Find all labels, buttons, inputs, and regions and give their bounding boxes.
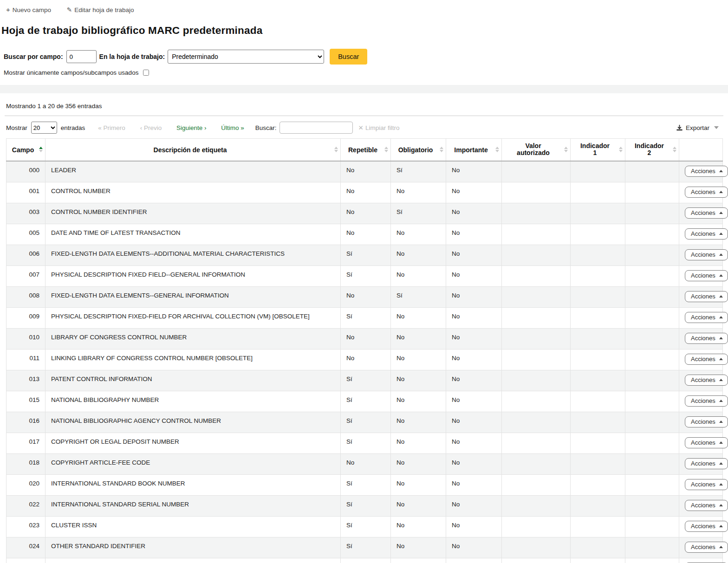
clear-filter-link[interactable]: ✕Limpiar filtro <box>358 124 400 131</box>
field-tag-cell: 013 <box>6 370 46 391</box>
tag-description-cell: FIXED-LENGTH DATA ELEMENTS--GENERAL INFO… <box>46 286 341 307</box>
actions-button[interactable]: Acciones <box>685 500 728 511</box>
export-button[interactable]: Exportar <box>676 124 719 131</box>
column-header-label: Valor autorizado <box>512 142 555 156</box>
important-cell: No <box>446 433 502 453</box>
actions-button[interactable]: Acciones <box>685 270 728 281</box>
first-page-label: Primero <box>104 124 125 131</box>
actions-button[interactable]: Acciones <box>685 479 728 490</box>
sort-icon <box>673 147 676 152</box>
search-button[interactable]: Buscar <box>330 49 367 65</box>
column-header-obligatorio[interactable]: Obligatorio <box>391 139 446 161</box>
actions-cell: Acciones <box>679 558 723 563</box>
actions-button[interactable]: Acciones <box>685 354 728 365</box>
important-cell: No <box>446 245 502 265</box>
actions-button[interactable]: Acciones <box>685 166 728 177</box>
previous-page-label: Previo <box>144 124 162 131</box>
actions-button[interactable]: Acciones <box>685 291 728 302</box>
next-page-label: Siguiente <box>176 124 202 131</box>
last-page-label: Último <box>221 124 239 131</box>
mandatory-cell: No <box>391 495 446 516</box>
sort-icon <box>495 147 499 152</box>
table-filter-input[interactable] <box>280 122 353 134</box>
table-row: 024OTHER STANDARD IDENTIFIERSíNoNoAccion… <box>6 537 723 558</box>
column-header-campo[interactable]: Campo <box>6 139 46 161</box>
field-tag-cell: 001 <box>6 182 46 203</box>
worksheet-select[interactable]: Predeterminado <box>168 50 324 64</box>
caret-down-icon <box>714 126 719 129</box>
important-cell: No <box>446 391 502 412</box>
repeatable-cell: Sí <box>341 474 391 495</box>
caret-up-icon <box>719 274 723 277</box>
actions-button[interactable]: Acciones <box>685 416 728 427</box>
table-controls: Mostrar 20 entradas « Primero ‹ Previo S… <box>6 122 722 134</box>
section-divider-band <box>0 85 728 93</box>
indicator1-cell <box>571 474 625 495</box>
column-header-indicador1[interactable]: Indicador 1 <box>571 139 625 161</box>
indicator2-cell <box>625 328 679 349</box>
mandatory-cell: No <box>391 265 446 286</box>
close-icon: ✕ <box>358 124 364 131</box>
table-row: 000LEADERNoSíNoAcciones <box>6 161 723 182</box>
mandatory-cell: No <box>391 433 446 453</box>
actions-button[interactable]: Acciones <box>685 207 728 219</box>
actions-button[interactable]: Acciones <box>685 395 728 407</box>
caret-up-icon <box>719 483 723 485</box>
indicator1-cell <box>571 245 625 265</box>
actions-button[interactable]: Acciones <box>685 333 728 344</box>
tag-description-cell: OVERSEAS ACQUISITION NUMBER <box>46 558 341 563</box>
indicator1-cell <box>571 328 625 349</box>
new-field-label: Nuevo campo <box>13 6 51 13</box>
edit-worksheet-button[interactable]: ✎Editar hoja de trabajo <box>67 6 134 13</box>
actions-button[interactable]: Acciones <box>685 542 728 553</box>
field-tag-cell: 000 <box>6 161 46 182</box>
caret-up-icon <box>719 191 723 193</box>
table-row: 016NATIONAL BIBLIOGRAPHIC AGENCY CONTROL… <box>6 412 723 433</box>
column-header-indicador2[interactable]: Indicador 2 <box>625 139 679 161</box>
actions-button[interactable]: Acciones <box>685 228 728 239</box>
next-page-link[interactable]: Siguiente › <box>176 124 207 131</box>
indicator2-cell <box>625 349 679 370</box>
caret-up-icon <box>719 504 723 506</box>
field-tag-cell: 006 <box>6 245 46 265</box>
actions-button[interactable]: Acciones <box>685 521 728 532</box>
important-cell: No <box>446 474 502 495</box>
actions-button-label: Acciones <box>691 439 715 446</box>
important-cell: No <box>446 328 502 349</box>
actions-button[interactable]: Acciones <box>685 312 728 323</box>
first-page-link[interactable]: « Primero <box>98 124 125 131</box>
new-field-button[interactable]: +Nuevo campo <box>6 6 51 13</box>
column-header-repetible[interactable]: Repetible <box>341 139 391 161</box>
show-used-checkbox[interactable] <box>143 70 149 76</box>
actions-button[interactable]: Acciones <box>685 437 728 448</box>
search-by-field-label: Buscar por campo: <box>4 53 63 60</box>
column-header-actions <box>679 139 723 161</box>
last-page-link[interactable]: Último » <box>221 124 244 131</box>
page-size-select[interactable]: 20 <box>31 122 57 134</box>
actions-button-label: Acciones <box>691 168 715 175</box>
previous-page-link[interactable]: ‹ Previo <box>140 124 162 131</box>
actions-button[interactable]: Acciones <box>685 187 728 198</box>
actions-cell: Acciones <box>679 224 723 245</box>
field-search-input[interactable] <box>66 50 97 63</box>
field-tag-cell: 003 <box>6 203 46 224</box>
actions-button[interactable]: Acciones <box>685 249 728 260</box>
column-header-valor-autorizado[interactable]: Valor autorizado <box>502 139 571 161</box>
tag-description-cell: LINKING LIBRARY OF CONGRESS CONTROL NUMB… <box>46 349 341 370</box>
caret-up-icon <box>719 441 723 444</box>
column-header-importante[interactable]: Importante <box>446 139 502 161</box>
actions-button[interactable]: Acciones <box>685 458 728 469</box>
pagination-top: « Primero ‹ Previo Siguiente › Último » <box>85 124 244 131</box>
column-header-descripcion[interactable]: Descripción de etiqueta <box>46 139 341 161</box>
authorized-value-cell <box>502 203 571 224</box>
actions-button[interactable]: Acciones <box>685 375 728 386</box>
repeatable-cell: Sí <box>341 391 391 412</box>
caret-up-icon <box>719 546 723 548</box>
indicator1-cell <box>571 286 625 307</box>
sort-icon <box>334 147 338 152</box>
authorized-value-cell <box>502 265 571 286</box>
repeatable-cell: No <box>341 182 391 203</box>
table-row: 009PHYSICAL DESCRIPTION FIXED-FIELD FOR … <box>6 307 723 328</box>
tag-description-cell: COPYRIGHT ARTICLE-FEE CODE <box>46 453 341 474</box>
actions-button-label: Acciones <box>691 544 715 550</box>
